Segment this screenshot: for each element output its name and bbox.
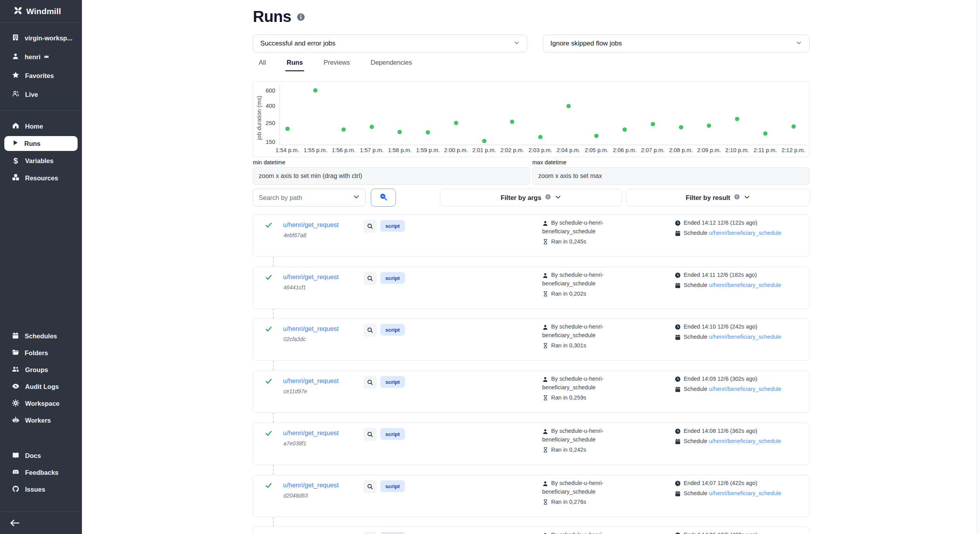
schedule-path-link[interactable]: u/henri/beneficiary_schedule [709,438,782,444]
runs-duration-chart[interactable]: job duration (ms) 1502504006001:54 p.m.1… [253,81,809,157]
chevron-down-icon [555,194,561,202]
run-card[interactable]: u/henri/get_request script ce11d97e By s… [253,371,809,413]
sidebar-item-resources[interactable]: Resources [0,169,82,187]
inspect-run-button[interactable] [363,272,377,285]
job-kind-select[interactable]: Successful and error jobs [253,35,527,53]
calendar-icon [675,438,681,446]
sidebar-item-workspace-settings[interactable]: Workspace [0,395,82,412]
sidebar-item-feedbacks[interactable]: Feedbacks [0,464,82,481]
sidebar-item-audit-logs[interactable]: Audit Logs [0,378,82,395]
sidebar-item-live[interactable]: Live [0,85,82,104]
schedule-path-link[interactable]: u/henri/beneficiary_schedule [709,334,782,340]
chart-data-point[interactable] [707,124,711,128]
sidebar-item-workspace-select[interactable]: virgin-worksp... [0,29,82,47]
chart-data-point[interactable] [651,122,655,126]
schedule-path-link[interactable]: u/henri/beneficiary_schedule [709,230,782,236]
chart-data-point[interactable] [566,104,571,108]
tab-runs[interactable]: Runs [285,56,304,71]
min-datetime-input[interactable] [253,167,530,185]
sidebar-item-docs[interactable]: Docs [0,447,82,464]
groups-icon [12,365,20,375]
sidebar-item-schedules[interactable]: Schedules [0,328,82,345]
run-triggered-by: By schedule-u-henri- [551,480,604,486]
run-card[interactable]: u/henri/get_request script 02cfa3dc By s… [253,318,809,361]
sidebar-item-issues[interactable]: Issues [0,481,82,498]
tab-dependencies[interactable]: Dependencies [370,56,414,71]
schedule-path-link[interactable]: u/henri/beneficiary_schedule [709,386,782,392]
chart-data-point[interactable] [510,120,514,124]
run-path-link[interactable]: u/henri/get_request [283,377,339,385]
inspect-run-button[interactable] [363,323,377,337]
inspect-run-button[interactable] [363,480,377,493]
chart-data-point[interactable] [679,125,683,129]
run-card[interactable]: u/henri/get_request script a7e038f1 By s… [253,423,809,465]
chart-data-point[interactable] [735,117,739,121]
search-button[interactable] [371,189,396,207]
run-hash: 46441cf1 [283,284,306,291]
search-by-path-select[interactable]: Search by path [253,189,366,207]
divider [0,111,82,111]
run-card[interactable]: u/henri/get_request script By schedule-u… [253,527,809,534]
page-title: Runs [253,8,291,25]
run-card[interactable]: u/henri/get_request script 4ebf67a8 By s… [253,214,809,257]
run-schedule: Schedule u/henri/beneficiary_schedule [684,438,781,444]
tab-all[interactable]: All [258,56,267,71]
script-badge: script [380,272,405,284]
run-path-link[interactable]: u/henri/get_request [283,325,339,332]
sidebar-item-workers[interactable]: Workers [0,412,82,429]
max-datetime-input[interactable] [532,167,809,185]
inspect-run-button[interactable] [363,532,377,534]
windmill-logo[interactable]: Windmill [0,0,82,22]
run-path-link[interactable]: u/henri/get_request [283,273,339,281]
schedule-path-link[interactable]: u/henri/beneficiary_schedule [709,490,782,496]
chart-data-point[interactable] [482,139,486,143]
filter-by-args-button[interactable]: Filter by args [440,189,622,207]
sidebar-item-home[interactable]: Home [0,118,82,135]
chart-data-point[interactable] [454,121,458,125]
chart-data-point[interactable] [538,135,543,139]
skipped-flows-select[interactable]: Ignore skipped flow jobs [543,35,809,53]
book-icon [12,451,20,461]
chart-data-point[interactable] [622,127,627,132]
run-path-link[interactable]: u/henri/get_request [283,221,339,229]
run-hash: 02cfa3dc [283,336,306,342]
chart-data-point[interactable] [426,130,430,134]
folder-icon [12,349,19,358]
sidebar-item-runs[interactable]: Runs [4,136,78,151]
max-datetime-label: max datetime [532,159,566,165]
sidebar-item-variables[interactable]: $ Variables [0,152,82,169]
collapse-sidebar-button[interactable] [9,518,23,530]
run-path-link[interactable]: u/henri/get_request [283,429,339,437]
divider [0,512,82,512]
sidebar-item-folders[interactable]: Folders [0,345,82,361]
chart-data-point[interactable] [763,131,768,136]
inspect-run-button[interactable] [363,376,377,389]
sidebar-item-favorites[interactable]: Favorites [0,66,82,85]
chart-x-tick: 2:02 p.m. [497,147,528,153]
chart-data-point[interactable] [313,88,318,93]
username: henri [25,53,40,61]
scrollbar[interactable] [976,0,980,534]
inspect-run-button[interactable] [363,220,377,233]
chart-x-axis [279,145,807,145]
success-check-icon [265,430,272,439]
chart-data-point[interactable] [397,130,402,134]
sidebar-item-groups[interactable]: Groups [0,361,82,378]
info-icon[interactable] [296,13,305,23]
inspect-run-button[interactable] [363,428,377,441]
chart-data-point[interactable] [791,124,796,129]
chart-data-point[interactable] [285,127,290,131]
filter-by-result-button[interactable]: Filter by result [626,189,810,207]
chart-data-point[interactable] [341,127,346,132]
partial-run-card[interactable]: u/henri/get_request script By schedule-u… [253,527,809,534]
chart-data-point[interactable] [594,134,599,138]
card-connector [273,517,274,527]
schedule-path-link[interactable]: u/henri/beneficiary_schedule [709,282,782,288]
tab-previews[interactable]: Previews [323,56,351,71]
run-card[interactable]: u/henri/get_request script d2048d63 By s… [253,475,809,517]
run-card[interactable]: u/henri/get_request script 46441cf1 By s… [253,267,809,309]
chart-x-tick: 2:06 p.m. [609,147,641,153]
chart-data-point[interactable] [370,125,374,129]
run-path-link[interactable]: u/henri/get_request [283,481,339,489]
sidebar-item-user[interactable]: henri [0,47,82,66]
